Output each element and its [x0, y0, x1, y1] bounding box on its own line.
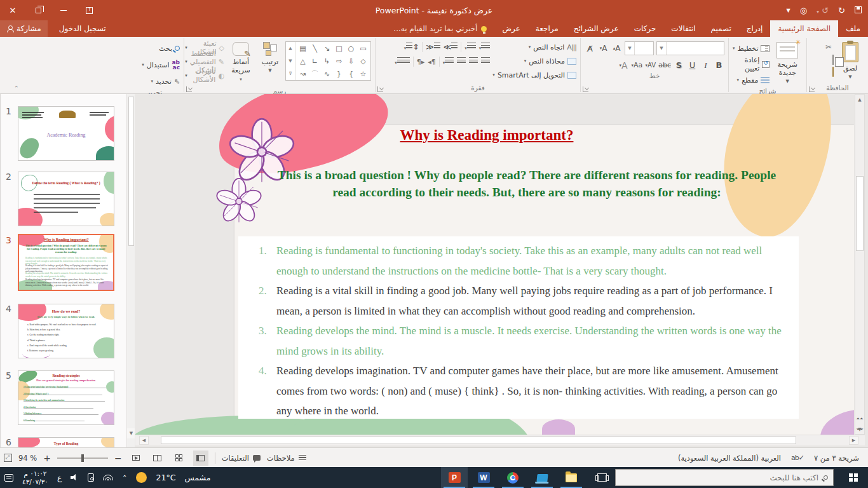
zoom-slider-thumb[interactable]: [81, 454, 84, 462]
font-dialog-launcher-icon[interactable]: [583, 86, 588, 92]
ribbon-display-options-icon[interactable]: [76, 0, 102, 20]
shape-outline-button[interactable]: ✎ المخطط التفصيلي للشكل▾: [185, 57, 224, 67]
shapes-gallery-scrollbar[interactable]: ▲▼⊽: [286, 42, 295, 80]
zoom-out-icon[interactable]: −: [114, 453, 122, 463]
normal-view-icon[interactable]: [193, 451, 208, 466]
close-icon[interactable]: ✕: [0, 0, 25, 20]
customize-qat-icon[interactable]: ▼: [787, 8, 790, 13]
align-right-icon[interactable]: [481, 57, 490, 66]
computer-app-button[interactable]: [529, 467, 555, 488]
file-explorer-button[interactable]: [558, 467, 585, 488]
font-color-button[interactable]: A▾: [618, 59, 628, 71]
collapse-ribbon-icon[interactable]: ⌃: [14, 85, 19, 92]
chrome-button[interactable]: [499, 467, 526, 488]
strikethrough-button[interactable]: abc: [658, 59, 671, 71]
numbering-icon[interactable]: ▾: [465, 43, 476, 51]
task-view-button[interactable]: [588, 467, 615, 488]
fit-slide-to-window-icon[interactable]: [4, 454, 12, 462]
decrease-indent-icon[interactable]: ≪: [426, 43, 440, 51]
tab-animations[interactable]: حركات: [627, 20, 664, 37]
search-input[interactable]: [621, 473, 818, 482]
font-size-combobox[interactable]: ▼: [625, 41, 654, 55]
quick-styles-button[interactable]: أنماطسريعة ▾: [227, 39, 255, 86]
powerpoint-button[interactable]: P: [441, 467, 468, 488]
zoom-in-icon[interactable]: +: [43, 453, 51, 463]
underline-button[interactable]: U: [687, 59, 698, 71]
horizontal-scrollbar[interactable]: ◀ ▶: [135, 435, 865, 445]
slide-canvas[interactable]: Why is Reading important? This is a broa…: [135, 94, 854, 435]
text-direction-button[interactable]: |||A اتجاه النص▾: [492, 41, 576, 53]
shapes-gallery[interactable]: ▭○□↘╲▤ ◇⇩⇨↳∟△ ☆}{∿⌒↝ ▲▼⊽: [285, 41, 371, 81]
thumbnail-slide-2[interactable]: Define the term Reading ( What is Readin…: [18, 172, 114, 226]
vertical-scrollbar-thumb[interactable]: [856, 176, 864, 251]
scroll-left-icon[interactable]: ◀: [139, 436, 149, 445]
show-hidden-icons-chevron[interactable]: ⌃: [118, 467, 132, 488]
notes-button[interactable]: ملاحظات: [267, 454, 306, 463]
tab-home[interactable]: الصفحة الرئيسية: [770, 20, 838, 37]
rtl-paragraph-icon[interactable]: ¶◂: [428, 58, 436, 66]
align-center-icon[interactable]: [469, 57, 478, 66]
taskbar-search-box[interactable]: [615, 469, 834, 486]
tab-file[interactable]: ملف: [838, 20, 868, 37]
find-button[interactable]: بحث: [129, 42, 180, 55]
tab-review[interactable]: مراجعة: [528, 20, 566, 37]
slide-intro-text[interactable]: This is a broad question ! Why do people…: [265, 166, 789, 201]
weather-temperature[interactable]: 21°C: [151, 467, 180, 488]
change-case-button[interactable]: Aa▾: [631, 59, 642, 71]
thumbnail-slide-3-selected[interactable]: Why is Reading important? This is a broa…: [18, 234, 114, 291]
comments-button[interactable]: التعليقات: [222, 454, 261, 463]
tab-insert[interactable]: إدراج: [739, 20, 771, 37]
section-button[interactable]: مقطع▾: [733, 74, 770, 86]
thumbnail-scroll-down-icon[interactable]: ▼: [127, 428, 135, 438]
redo-icon[interactable]: ↻: [838, 6, 845, 15]
action-center-icon[interactable]: [0, 467, 18, 488]
spell-check-icon[interactable]: ✓ab: [791, 454, 804, 462]
convert-to-smartart-button[interactable]: التحويل إلى SmartArt▾: [492, 69, 576, 81]
bold-button[interactable]: B: [714, 59, 724, 71]
tray-device-icon[interactable]: [83, 467, 98, 488]
paragraph-dialog-launcher-icon[interactable]: [377, 86, 383, 92]
start-button[interactable]: [839, 467, 868, 488]
tab-design[interactable]: تصميم: [703, 20, 739, 37]
clipboard-dialog-launcher-icon[interactable]: [809, 86, 815, 92]
share-button[interactable]: مشاركة: [0, 20, 48, 37]
slide-title[interactable]: Why is Reading important?: [233, 127, 741, 144]
next-slide-icon[interactable]: ⏷⏷: [856, 427, 863, 432]
language-status[interactable]: العربية (المملكة العربية السعودية): [678, 454, 781, 463]
thumbnail-slide-5[interactable]: Reading strategies Here are general stra…: [18, 370, 114, 425]
wifi-icon[interactable]: [98, 467, 118, 488]
cut-icon[interactable]: ✂: [824, 42, 834, 52]
shape-effects-button[interactable]: ◐ تأثيرات الأشكال▾: [185, 71, 224, 81]
touch-mode-icon[interactable]: ◎: [800, 6, 807, 15]
restore-icon[interactable]: [25, 0, 51, 20]
sign-in-button[interactable]: تسجيل الدخول: [48, 24, 118, 33]
increase-indent-icon[interactable]: ≫: [444, 43, 458, 51]
word-button[interactable]: W: [470, 467, 497, 488]
replace-button[interactable]: abac استبدال▾: [129, 58, 180, 71]
arrange-button[interactable]: ترتيب ▼: [257, 39, 283, 76]
horizontal-scrollbar-thumb[interactable]: [161, 437, 796, 444]
drawing-dialog-launcher-icon[interactable]: [186, 86, 192, 92]
select-button[interactable]: ⇖ تحديد▾: [129, 75, 180, 88]
layout-button[interactable]: تخطيط▾: [733, 42, 770, 55]
copy-icon[interactable]: [824, 55, 834, 64]
clear-formatting-icon[interactable]: A̸: [585, 43, 595, 55]
zoom-level[interactable]: 94 %: [18, 454, 37, 463]
tab-view[interactable]: عرض: [494, 20, 527, 37]
thumbnail-slide-1[interactable]: Academic Reading: [18, 106, 114, 161]
new-slide-button[interactable]: شريحة جديدة ▼: [772, 39, 803, 86]
character-spacing-button[interactable]: AV▾: [645, 59, 656, 71]
italic-button[interactable]: I: [700, 59, 711, 71]
align-text-button[interactable]: محاذاة النص▾: [492, 55, 576, 67]
text-shadow-button[interactable]: S: [674, 59, 684, 71]
grow-font-icon[interactable]: A▴: [611, 43, 622, 55]
tab-slideshow[interactable]: عرض الشرائح: [566, 20, 627, 37]
font-name-combobox[interactable]: ▼: [656, 41, 724, 55]
input-language-indicator[interactable]: ع: [53, 467, 66, 488]
line-spacing-icon[interactable]: ⇕▾: [404, 43, 419, 51]
vertical-scrollbar[interactable]: ▲ ▼: [855, 94, 865, 435]
scroll-up-icon[interactable]: ▲: [855, 95, 864, 104]
minimize-icon[interactable]: [51, 0, 76, 20]
thumbnail-panel-scrollbar[interactable]: ▼: [126, 94, 135, 447]
reset-button[interactable]: إعادة تعيين: [733, 58, 770, 71]
